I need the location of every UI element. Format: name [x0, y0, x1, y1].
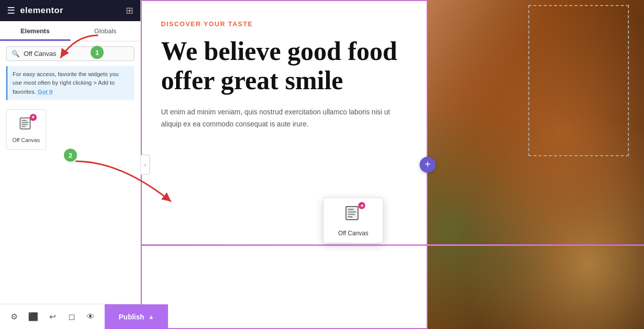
- sidebar-bottom: ⚙ ⬛ ↩ ◻ 👁 Publish ▲: [0, 304, 140, 329]
- discover-label: DISCOVER YOUR TASTE: [161, 20, 408, 28]
- svg-rect-0: [20, 118, 30, 129]
- pro-badge: ★: [30, 114, 37, 121]
- search-area: 🔍: [0, 41, 140, 66]
- responsive-button[interactable]: ◻: [62, 308, 80, 326]
- tab-elements[interactable]: Elements: [0, 21, 70, 41]
- svg-rect-8: [348, 214, 355, 215]
- svg-rect-6: [348, 209, 354, 210]
- floating-pro-badge: ★: [358, 202, 365, 209]
- history-button[interactable]: ↩: [43, 308, 61, 326]
- sidebar-header: ☰ elementor ⊞: [0, 0, 140, 21]
- preview-icon: 👁: [87, 312, 95, 321]
- grid-icon[interactable]: ⊞: [126, 5, 133, 16]
- floating-widget-label: Off Canvas: [338, 230, 368, 237]
- hero-heading-line1: We believe good food: [161, 37, 397, 65]
- chevron-up-icon: ▲: [148, 313, 154, 320]
- svg-rect-1: [22, 120, 27, 121]
- widget-card-offcanvas[interactable]: ★ Off Canvas: [6, 109, 46, 150]
- svg-rect-9: [348, 216, 353, 217]
- sidebar: ☰ elementor ⊞ Elements Globals 🔍 For eas…: [0, 0, 141, 329]
- page-section[interactable]: DISCOVER YOUR TASTE We believe good food…: [141, 0, 644, 329]
- settings-icon: ⚙: [11, 312, 18, 321]
- svg-rect-5: [346, 207, 358, 220]
- canvas-area: DISCOVER YOUR TASTE We believe good food…: [141, 0, 644, 329]
- widget-grid: ★ Off Canvas: [0, 105, 140, 154]
- tip-text: For easy access, favorite the widgets yo…: [13, 71, 119, 95]
- search-box[interactable]: 🔍: [6, 46, 134, 61]
- layers-button[interactable]: ⬛: [24, 308, 42, 326]
- search-input[interactable]: [24, 50, 129, 57]
- hero-heading: We believe good food offer great smile: [161, 37, 408, 95]
- widget-icon: ★: [19, 116, 34, 134]
- header-logo-area: ☰ elementor: [7, 5, 63, 16]
- publish-label: Publish: [119, 313, 144, 321]
- hero-subtext: Ut enim ad minim veniam, quis nostrud ex…: [161, 106, 392, 130]
- floating-widget-tooltip[interactable]: ★ Off Canvas: [323, 198, 383, 243]
- preview-button[interactable]: 👁: [82, 308, 100, 326]
- got-it-link[interactable]: Got It: [38, 89, 53, 95]
- hero-heading-line2: offer great smile: [161, 66, 343, 95]
- bottom-icons: ⚙ ⬛ ↩ ◻ 👁: [0, 308, 105, 326]
- svg-rect-4: [22, 126, 26, 127]
- search-icon: 🔍: [12, 50, 20, 57]
- tab-globals[interactable]: Globals: [70, 21, 141, 41]
- dashed-selection-box: [528, 5, 629, 156]
- widget-label: Off Canvas: [12, 137, 40, 143]
- svg-rect-2: [22, 122, 29, 123]
- step-badge-2: 2: [64, 149, 77, 162]
- add-element-button[interactable]: +: [420, 157, 436, 173]
- step-badge-1: 1: [91, 46, 104, 59]
- responsive-icon: ◻: [68, 312, 75, 321]
- sidebar-tabs: Elements Globals: [0, 21, 140, 41]
- svg-rect-3: [22, 124, 28, 125]
- publish-button[interactable]: Publish ▲: [105, 304, 168, 330]
- svg-rect-7: [348, 211, 356, 212]
- layers-icon: ⬛: [28, 312, 38, 321]
- section-highlight: [141, 244, 644, 246]
- tip-box: For easy access, favorite the widgets yo…: [6, 66, 134, 100]
- hamburger-icon[interactable]: ☰: [7, 5, 15, 16]
- left-panel-toggle[interactable]: ‹: [141, 155, 150, 175]
- content-left[interactable]: DISCOVER YOUR TASTE We believe good food…: [141, 0, 428, 329]
- history-icon: ↩: [49, 312, 56, 321]
- settings-button[interactable]: ⚙: [5, 308, 23, 326]
- app-logo: elementor: [20, 6, 63, 16]
- main-canvas: DISCOVER YOUR TASTE We believe good food…: [141, 0, 644, 329]
- floating-widget-icon: ★: [344, 204, 362, 226]
